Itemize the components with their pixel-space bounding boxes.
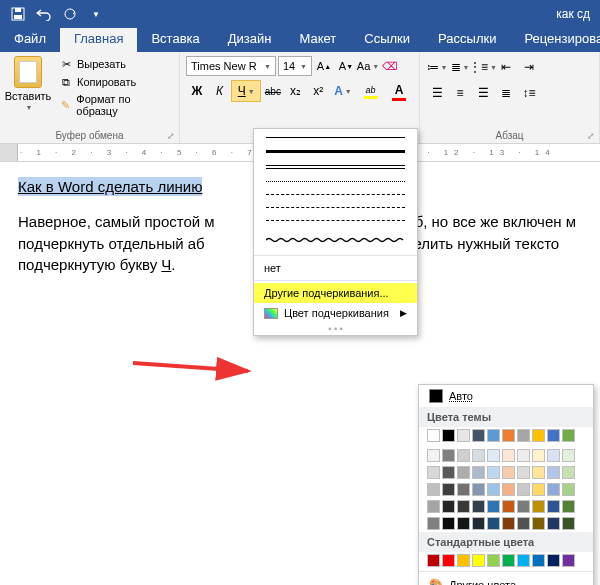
color-swatch[interactable]	[547, 554, 560, 567]
font-size-combo[interactable]: 14▼	[278, 56, 312, 76]
color-swatch[interactable]	[472, 466, 485, 479]
redo-icon[interactable]	[58, 3, 82, 25]
underline-style-long-dash[interactable]	[266, 220, 405, 221]
underline-color-submenu[interactable]: Цвет подчеркивания ▶	[254, 303, 417, 323]
color-swatch[interactable]	[562, 483, 575, 496]
color-swatch[interactable]	[472, 517, 485, 530]
tab-file[interactable]: Файл	[0, 28, 60, 52]
color-swatch[interactable]	[427, 449, 440, 462]
tab-insert[interactable]: Вставка	[137, 28, 213, 52]
numbering-button[interactable]: ≣▼	[449, 56, 471, 78]
color-swatch[interactable]	[532, 554, 545, 567]
color-swatch[interactable]	[472, 483, 485, 496]
qat-customize-icon[interactable]: ▼	[84, 3, 108, 25]
color-swatch[interactable]	[517, 449, 530, 462]
more-colors[interactable]: 🎨Другие цвета...	[419, 574, 593, 585]
color-swatch[interactable]	[457, 429, 470, 442]
color-swatch[interactable]	[532, 500, 545, 513]
color-swatch[interactable]	[517, 429, 530, 442]
color-swatch[interactable]	[442, 429, 455, 442]
color-swatch[interactable]	[517, 517, 530, 530]
color-swatch[interactable]	[472, 449, 485, 462]
color-swatch[interactable]	[457, 554, 470, 567]
underline-style-dashed[interactable]	[266, 194, 405, 195]
color-auto[interactable]: Авто	[419, 385, 593, 407]
color-swatch[interactable]	[547, 500, 560, 513]
color-swatch[interactable]	[562, 449, 575, 462]
color-swatch[interactable]	[517, 500, 530, 513]
color-swatch[interactable]	[487, 483, 500, 496]
align-right-button[interactable]: ☰	[472, 82, 494, 104]
color-swatch[interactable]	[487, 517, 500, 530]
color-swatch[interactable]	[547, 429, 560, 442]
color-swatch[interactable]	[562, 500, 575, 513]
color-swatch[interactable]	[487, 554, 500, 567]
underline-style-dotted[interactable]	[266, 181, 405, 182]
bold-button[interactable]: Ж	[186, 80, 208, 102]
color-swatch[interactable]	[442, 449, 455, 462]
color-swatch[interactable]	[517, 466, 530, 479]
color-swatch[interactable]	[517, 554, 530, 567]
color-swatch[interactable]	[442, 466, 455, 479]
dialog-launcher-icon[interactable]: ⤢	[167, 131, 175, 141]
multilevel-button[interactable]: ⋮≡▼	[472, 56, 494, 78]
color-swatch[interactable]	[442, 517, 455, 530]
strikethrough-button[interactable]: abc	[262, 80, 284, 102]
color-swatch[interactable]	[532, 449, 545, 462]
color-swatch[interactable]	[457, 500, 470, 513]
increase-indent-button[interactable]: ⇥	[518, 56, 540, 78]
color-swatch[interactable]	[487, 466, 500, 479]
color-swatch[interactable]	[442, 483, 455, 496]
color-swatch[interactable]	[547, 466, 560, 479]
change-case-button[interactable]: Aa▼	[358, 56, 378, 76]
dialog-launcher-icon[interactable]: ⤢	[587, 131, 595, 141]
font-color-button[interactable]: A	[385, 80, 413, 102]
text-effects-button[interactable]: A▼	[330, 80, 356, 102]
color-swatch[interactable]	[532, 483, 545, 496]
clear-formatting-button[interactable]: ⌫	[380, 56, 400, 76]
font-name-combo[interactable]: Times New R▼	[186, 56, 276, 76]
color-swatch[interactable]	[427, 500, 440, 513]
color-swatch[interactable]	[562, 554, 575, 567]
color-swatch[interactable]	[472, 554, 485, 567]
cut-button[interactable]: ✂Вырезать	[56, 56, 173, 72]
color-swatch[interactable]	[457, 483, 470, 496]
underline-style-single[interactable]	[266, 137, 405, 138]
tab-references[interactable]: Ссылки	[350, 28, 424, 52]
color-swatch[interactable]	[427, 517, 440, 530]
underline-none[interactable]: нет	[254, 258, 417, 278]
tab-design[interactable]: Дизайн	[214, 28, 286, 52]
tab-review[interactable]: Рецензирование	[510, 28, 600, 52]
copy-button[interactable]: ⧉Копировать	[56, 74, 173, 90]
color-swatch[interactable]	[427, 429, 440, 442]
tab-mailings[interactable]: Рассылки	[424, 28, 510, 52]
color-swatch[interactable]	[457, 449, 470, 462]
color-swatch[interactable]	[502, 483, 515, 496]
color-swatch[interactable]	[427, 483, 440, 496]
color-swatch[interactable]	[442, 554, 455, 567]
color-swatch[interactable]	[442, 500, 455, 513]
color-swatch[interactable]	[502, 429, 515, 442]
color-swatch[interactable]	[547, 483, 560, 496]
color-swatch[interactable]	[562, 466, 575, 479]
tab-layout[interactable]: Макет	[285, 28, 350, 52]
color-swatch[interactable]	[427, 554, 440, 567]
tab-home[interactable]: Главная	[60, 28, 137, 52]
color-swatch[interactable]	[532, 466, 545, 479]
save-icon[interactable]	[6, 3, 30, 25]
color-swatch[interactable]	[562, 429, 575, 442]
underline-style-thick[interactable]	[266, 150, 405, 153]
underline-more-styles[interactable]: Другие подчеркивания...	[254, 283, 417, 303]
color-swatch[interactable]	[472, 429, 485, 442]
subscript-button[interactable]: x₂	[285, 80, 307, 102]
color-swatch[interactable]	[502, 554, 515, 567]
shrink-font-button[interactable]: A▼	[336, 56, 356, 76]
color-swatch[interactable]	[502, 517, 515, 530]
color-swatch[interactable]	[502, 449, 515, 462]
color-swatch[interactable]	[427, 466, 440, 479]
underline-style-double[interactable]	[266, 165, 405, 169]
color-swatch[interactable]	[547, 517, 560, 530]
undo-icon[interactable]	[32, 3, 56, 25]
underline-style-wave[interactable]	[266, 233, 405, 245]
line-spacing-button[interactable]: ↕≡	[518, 82, 540, 104]
